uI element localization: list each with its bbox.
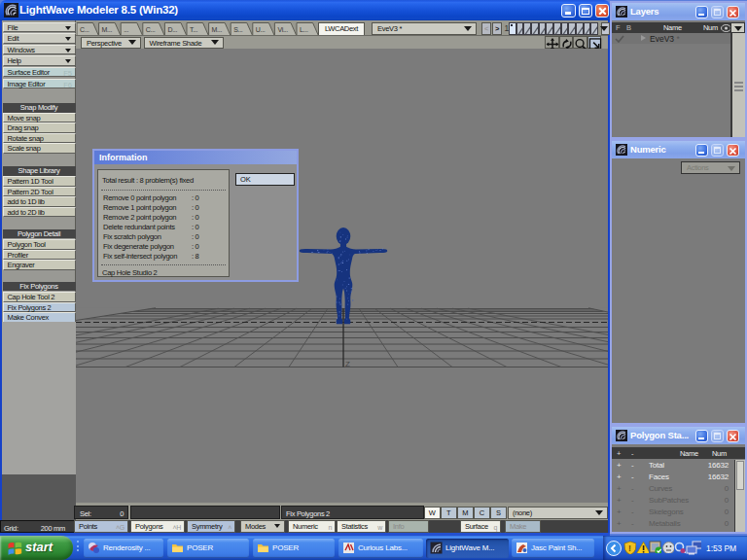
svg-text:C...: C... — [146, 26, 156, 33]
svg-text:L...: L... — [300, 26, 308, 33]
svg-text:D...: D... — [167, 26, 177, 33]
svg-text:T...: T... — [190, 26, 197, 33]
svg-text:Vi...: Vi... — [277, 26, 288, 33]
svg-text:Z: Z — [345, 360, 350, 368]
svg-text:M...: M... — [212, 26, 223, 33]
svg-text:C...: C... — [80, 26, 89, 33]
svg-text:M...: M... — [102, 26, 113, 33]
svg-text:...: ... — [124, 26, 128, 33]
svg-text:U...: U... — [256, 26, 266, 33]
svg-text:!: ! — [628, 543, 631, 553]
svg-text:S...: S... — [233, 26, 243, 33]
